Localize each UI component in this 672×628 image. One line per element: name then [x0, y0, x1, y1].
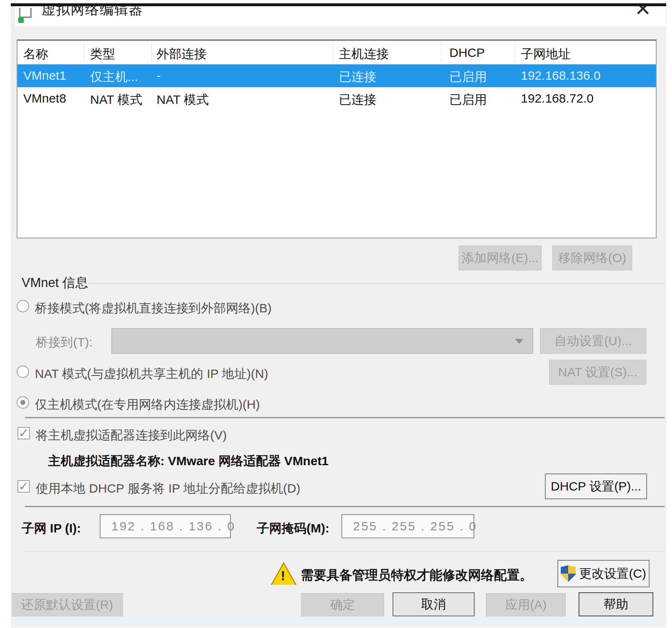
change-settings-button[interactable]: 更改设置(C) — [557, 560, 650, 587]
host-only-mode-radio[interactable] — [17, 396, 29, 409]
connect-host-adapter-checkbox[interactable]: ✓ — [17, 427, 30, 439]
column-divider — [84, 42, 84, 62]
uac-shield-icon — [561, 565, 576, 582]
cell-host: 已连接 — [339, 69, 376, 86]
network-list-table[interactable]: 名称 类型 外部连接 主机连接 DHCP 子网地址 VMnet1 仅主机... … — [17, 39, 657, 238]
connect-host-adapter-label: 将主机虚拟适配器连接到此网络(V) — [36, 427, 227, 444]
table-header-row: 名称 类型 外部连接 主机连接 DHCP 子网地址 — [17, 41, 656, 64]
cell-name: VMnet1 — [23, 69, 66, 83]
subnet-ip-input[interactable]: 192 . 168 . 136 . 0 — [100, 514, 231, 538]
warning-exclamation: ! — [281, 568, 285, 584]
restore-defaults-button[interactable]: 还原默认设置(R) — [12, 593, 123, 616]
cell-type: 仅主机... — [90, 69, 138, 86]
use-local-dhcp-label: 使用本地 DHCP 服务将 IP 地址分配给虚拟机(D) — [36, 480, 300, 497]
subnet-ip-label: 子网 IP (I): — [22, 520, 81, 537]
vmnet-info-group-label: VMnet 信息 — [22, 274, 88, 292]
dhcp-settings-button[interactable]: DHCP 设置(P)... — [545, 473, 647, 499]
window-title: 虚拟网络编辑器 — [42, 6, 143, 19]
bridged-mode-radio[interactable] — [17, 300, 29, 312]
column-divider — [441, 42, 441, 62]
network-icon-green-node — [18, 17, 24, 23]
column-header-external[interactable]: 外部连接 — [157, 46, 206, 63]
chevron-down-icon — [515, 339, 523, 344]
app-icon — [18, 8, 32, 25]
apply-button[interactable]: 应用(A) — [486, 593, 566, 616]
column-header-dhcp[interactable]: DHCP — [449, 46, 485, 60]
admin-warning-text: 需要具备管理员特权才能修改网络配置。 — [301, 567, 532, 584]
bridged-to-label: 桥接到(T): — [36, 334, 93, 351]
remove-network-button[interactable]: 移除网络(O) — [552, 245, 632, 270]
cell-external: NAT 模式 — [157, 91, 209, 108]
bridged-to-dropdown[interactable] — [111, 328, 533, 354]
use-local-dhcp-checkbox[interactable]: ✓ — [17, 480, 30, 493]
cell-dhcp: 已启用 — [449, 91, 487, 108]
cell-dhcp: 已启用 — [449, 69, 487, 86]
change-settings-label: 更改设置(C) — [579, 565, 646, 582]
cell-host: 已连接 — [339, 91, 376, 108]
close-icon[interactable]: ✕ — [635, 6, 651, 20]
column-header-type[interactable]: 类型 — [90, 46, 115, 63]
column-header-host[interactable]: 主机连接 — [339, 46, 389, 63]
bridged-mode-label: 桥接模式(将虚拟机直接连接到外部网络)(B) — [35, 300, 272, 317]
host-adapter-name-text: 主机虚拟适配器名称: VMware 网络适配器 VMnet1 — [48, 453, 329, 470]
cell-external: - — [157, 69, 161, 83]
ok-button[interactable]: 确定 — [301, 593, 384, 616]
column-divider — [333, 42, 334, 62]
host-only-mode-label: 仅主机模式(在专用网络内连接虚拟机)(H) — [35, 396, 260, 413]
cell-subnet: 192.168.136.0 — [521, 69, 601, 83]
subnet-mask-label: 子网掩码(M): — [257, 520, 329, 537]
section-divider — [25, 506, 665, 507]
help-button[interactable]: 帮助 — [579, 592, 653, 616]
nat-mode-label: NAT 模式(与虚拟机共享主机的 IP 地址)(N) — [35, 366, 268, 383]
column-header-name[interactable]: 名称 — [23, 46, 48, 63]
add-network-button[interactable]: 添加网络(E)... — [459, 245, 542, 270]
nat-mode-radio[interactable] — [17, 366, 29, 378]
column-header-subnet[interactable]: 子网地址 — [521, 46, 571, 63]
subnet-mask-input[interactable]: 255 . 255 . 255 . 0 — [341, 514, 474, 538]
section-divider — [25, 551, 665, 552]
cell-subnet: 192.168.72.0 — [521, 91, 594, 105]
network-icon — [19, 8, 32, 18]
title-bar: 虚拟网络编辑器 ✕ — [15, 6, 665, 26]
column-divider — [515, 42, 515, 62]
auto-settings-button[interactable]: 自动设置(U)... — [540, 328, 646, 354]
cell-name: VMnet8 — [23, 91, 66, 105]
cell-type: NAT 模式 — [90, 91, 142, 108]
table-row-vmnet8[interactable]: VMnet8 NAT 模式 NAT 模式 已连接 已启用 192.168.72.… — [17, 87, 656, 110]
table-row-vmnet1[interactable]: VMnet1 仅主机... - 已连接 已启用 192.168.136.0 — [17, 64, 656, 87]
section-divider — [25, 417, 665, 418]
cancel-button[interactable]: 取消 — [392, 592, 475, 616]
group-divider — [81, 283, 665, 284]
column-divider — [151, 42, 152, 62]
nat-settings-button[interactable]: NAT 设置(S)... — [549, 360, 646, 385]
window-bottom-edge — [11, 620, 666, 625]
